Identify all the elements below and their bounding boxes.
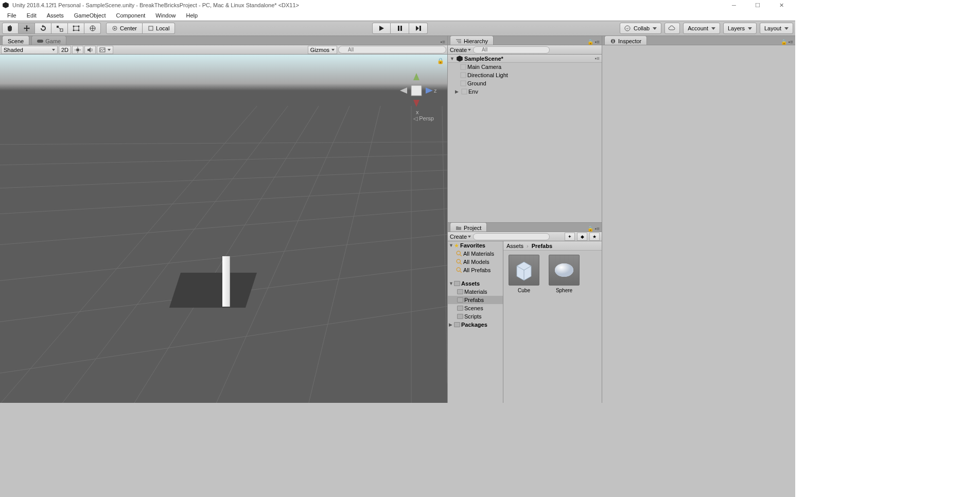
fav-all-prefabs[interactable]: All Prefabs bbox=[448, 266, 503, 274]
titlebar: Unity 2018.4.12f1 Personal - SampleScene… bbox=[0, 0, 795, 10]
breadcrumb-prefabs[interactable]: Prefabs bbox=[532, 243, 552, 249]
audio-icon bbox=[87, 47, 93, 53]
wall-object bbox=[222, 256, 230, 307]
project-search-input[interactable] bbox=[473, 233, 550, 240]
sun-icon bbox=[75, 47, 81, 53]
perspective-label[interactable]: ◁ Persp bbox=[413, 115, 434, 122]
lighting-toggle-button[interactable] bbox=[72, 46, 83, 54]
fx-toggle-button[interactable] bbox=[97, 46, 113, 54]
folder-icon bbox=[457, 297, 463, 303]
pause-button[interactable] bbox=[391, 23, 409, 34]
2d-toggle-button[interactable]: 2D bbox=[59, 46, 71, 54]
hierarchy-item-ground[interactable]: Ground bbox=[448, 79, 602, 87]
hierarchy-item-directional-light[interactable]: Directional Light bbox=[448, 71, 602, 79]
tab-project[interactable]: Project bbox=[450, 222, 487, 232]
asset-grid[interactable]: Cube Sphere bbox=[503, 251, 602, 403]
play-button[interactable] bbox=[372, 23, 391, 34]
layout-dropdown[interactable]: Layout bbox=[760, 23, 793, 34]
fav-all-models[interactable]: All Models bbox=[448, 258, 503, 266]
svg-rect-59 bbox=[461, 64, 466, 69]
packages-row[interactable]: ▶Packages bbox=[448, 321, 503, 329]
project-star-button[interactable]: ★ bbox=[589, 233, 600, 241]
menu-assets[interactable]: Assets bbox=[42, 11, 69, 20]
window-close-button[interactable]: ✕ bbox=[769, 0, 793, 10]
project-panel-menu-button[interactable]: 🔒 ▪≡ bbox=[587, 226, 600, 232]
asset-sphere[interactable]: Sphere bbox=[548, 255, 581, 293]
project-filter-button[interactable]: ✦ bbox=[565, 233, 575, 241]
scene-panel-menu-button[interactable]: ▪≡ bbox=[441, 39, 445, 45]
breadcrumb-assets[interactable]: Assets bbox=[506, 243, 523, 249]
breadcrumb-separator-icon: › bbox=[527, 243, 529, 249]
tab-inspector[interactable]: i Inspector bbox=[604, 36, 647, 45]
project-type-button[interactable]: ◆ bbox=[577, 233, 587, 241]
svg-line-34 bbox=[216, 106, 350, 403]
svg-rect-61 bbox=[461, 81, 466, 86]
project-create-dropdown[interactable]: Create bbox=[450, 234, 471, 240]
viewport-lock-icon[interactable]: 🔒 bbox=[437, 58, 444, 64]
window-maximize-button[interactable]: ☐ bbox=[746, 0, 769, 10]
hierarchy-create-dropdown[interactable]: Create bbox=[450, 47, 471, 53]
menu-file[interactable]: File bbox=[2, 11, 22, 20]
asset-cube[interactable]: Cube bbox=[507, 255, 540, 293]
svg-point-20 bbox=[625, 26, 630, 31]
menu-help[interactable]: Help bbox=[181, 11, 203, 20]
cloud-button[interactable] bbox=[664, 23, 680, 34]
window-minimize-button[interactable]: ─ bbox=[722, 0, 746, 10]
svg-rect-4 bbox=[74, 26, 79, 30]
folder-materials[interactable]: Materials bbox=[448, 288, 503, 296]
folder-icon bbox=[454, 281, 460, 286]
local-icon bbox=[148, 25, 154, 31]
svg-line-41 bbox=[0, 209, 447, 245]
folder-scenes[interactable]: Scenes bbox=[448, 304, 503, 312]
tab-game[interactable]: Game bbox=[31, 36, 66, 45]
inspector-panel-menu-button[interactable]: 🔒 ▪≡ bbox=[781, 39, 793, 45]
menu-edit[interactable]: Edit bbox=[22, 11, 42, 20]
svg-marker-18 bbox=[416, 26, 419, 31]
svg-text:x: x bbox=[416, 109, 419, 115]
tab-scene[interactable]: Scene bbox=[2, 36, 29, 45]
gameobject-icon bbox=[460, 72, 466, 78]
menu-window[interactable]: Window bbox=[150, 11, 181, 20]
tab-hierarchy[interactable]: Hierarchy bbox=[450, 36, 494, 45]
favorites-row[interactable]: ▼★Favorites bbox=[448, 241, 503, 250]
hierarchy-tree[interactable]: ▼ SampleScene* ▪≡ Main Camera Directiona… bbox=[448, 55, 602, 222]
cloud-icon bbox=[668, 25, 676, 31]
account-dropdown[interactable]: Account bbox=[683, 23, 720, 34]
scene-options-button[interactable]: ▪≡ bbox=[595, 56, 600, 61]
pivot-rotation-button[interactable]: Local bbox=[143, 23, 175, 34]
center-icon bbox=[112, 25, 118, 31]
rotate-tool-button[interactable] bbox=[35, 23, 51, 34]
menu-gameobject[interactable]: GameObject bbox=[69, 11, 111, 20]
draw-mode-dropdown[interactable]: Shaded bbox=[1, 46, 58, 54]
scene-search-input[interactable] bbox=[338, 46, 446, 54]
hand-tool-button[interactable] bbox=[2, 23, 19, 34]
collab-icon bbox=[624, 25, 631, 31]
fav-all-materials[interactable]: All Materials bbox=[448, 250, 503, 258]
hierarchy-item-env[interactable]: ▶Env bbox=[448, 87, 602, 96]
audio-toggle-button[interactable] bbox=[84, 46, 96, 54]
svg-rect-21 bbox=[37, 40, 43, 43]
scene-control-bar: Shaded 2D Gizmos bbox=[0, 45, 447, 55]
hierarchy-panel-menu-button[interactable]: 🔒 ▪≡ bbox=[587, 39, 600, 45]
move-tool-button[interactable] bbox=[19, 23, 35, 34]
folder-prefabs[interactable]: Prefabs bbox=[448, 296, 503, 304]
collab-button[interactable]: Collab bbox=[620, 23, 661, 34]
folder-icon bbox=[456, 225, 462, 230]
scale-tool-button[interactable] bbox=[51, 23, 68, 34]
assets-row[interactable]: ▼Assets bbox=[448, 279, 503, 288]
orientation-gizmo[interactable]: z x bbox=[396, 70, 437, 116]
menu-component[interactable]: Component bbox=[111, 11, 150, 20]
gameobject-icon bbox=[461, 88, 467, 95]
transform-tool-button[interactable] bbox=[84, 23, 101, 34]
gizmos-dropdown[interactable]: Gizmos bbox=[308, 46, 337, 54]
hierarchy-item-main-camera[interactable]: Main Camera bbox=[448, 63, 602, 71]
pivot-mode-button[interactable]: Center bbox=[106, 23, 143, 34]
scene-viewport[interactable]: z x ◁ Persp 🔒 bbox=[0, 55, 447, 403]
folder-scripts[interactable]: Scripts bbox=[448, 312, 503, 321]
rect-tool-button[interactable] bbox=[68, 23, 84, 34]
project-folder-tree[interactable]: ▼★Favorites All Materials All Models All… bbox=[448, 241, 503, 403]
hierarchy-search-input[interactable] bbox=[473, 46, 550, 54]
layers-dropdown[interactable]: Layers bbox=[723, 23, 757, 34]
scene-row[interactable]: ▼ SampleScene* ▪≡ bbox=[448, 55, 602, 63]
step-button[interactable] bbox=[409, 23, 428, 34]
